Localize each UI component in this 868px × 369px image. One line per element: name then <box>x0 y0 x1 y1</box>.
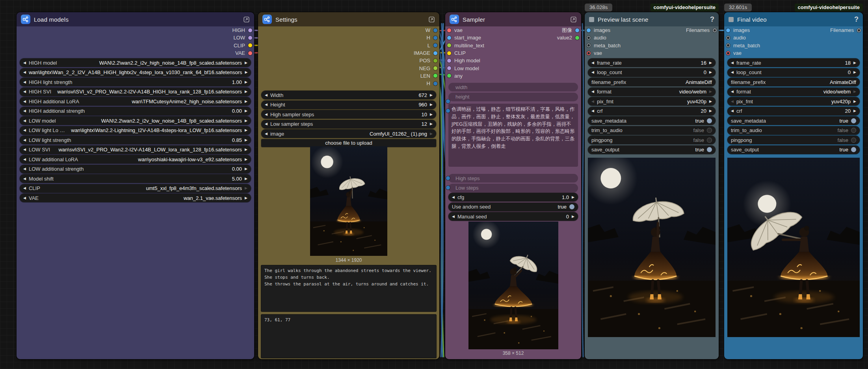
arrow-left-icon[interactable]: ◀ <box>23 109 26 113</box>
slot-dot[interactable] <box>248 43 252 47</box>
arrow-left-icon[interactable]: ◀ <box>265 113 268 116</box>
arrow-right-icon[interactable]: ▶ <box>245 90 247 93</box>
arrow-right-icon[interactable]: ▶ <box>245 129 247 132</box>
node-header[interactable]: Sampler <box>445 12 581 26</box>
ghost-widget-width[interactable]: width <box>448 83 578 91</box>
arrow-left-icon[interactable]: ◀ <box>23 71 26 74</box>
toggle-on-icon[interactable] <box>569 204 574 209</box>
slot-dot[interactable] <box>248 51 252 55</box>
extra-values-textarea[interactable]: 73, 61, 77 <box>261 315 436 358</box>
widget-frame-rate[interactable]: ◀frame_rate16▶ <box>588 58 716 67</box>
arrow-right-icon[interactable]: ▶ <box>245 71 247 74</box>
arrow-left-icon[interactable]: ◀ <box>23 148 26 151</box>
widget-pingpong[interactable]: pingpongfalse <box>588 136 716 144</box>
arrow-left-icon[interactable]: ◀ <box>23 177 26 181</box>
arrow-right-icon[interactable]: ▶ <box>709 100 712 103</box>
slot-dot[interactable] <box>447 43 451 47</box>
slot-dot[interactable] <box>447 66 451 70</box>
slot-dot[interactable] <box>447 74 451 78</box>
expand-icon[interactable] <box>428 16 435 23</box>
arrow-right-icon[interactable]: ▶ <box>853 90 856 93</box>
node-preview-last-scene[interactable]: Preview last scene ? imagesaudiometa_bat… <box>585 12 719 359</box>
arrow-left-icon[interactable]: ◀ <box>265 93 268 97</box>
widget-low-sampler-steps[interactable]: ◀Low sampler steps12▶ <box>261 120 436 129</box>
positive-prompt-textarea[interactable]: The girl walks through the abandoned str… <box>261 265 436 311</box>
arrow-right-icon[interactable]: ▶ <box>709 71 712 74</box>
arrow-right-icon[interactable]: ▶ <box>430 93 433 97</box>
arrow-right-icon[interactable]: ▶ <box>853 100 856 103</box>
arrow-left-icon[interactable]: ◀ <box>23 90 26 93</box>
widget-manual-seed[interactable]: ◀Manual seed0▶ <box>448 212 578 221</box>
widget-low-additional-lora[interactable]: ◀LOW additional LoRAwan\yoshiaki-kawajir… <box>20 155 251 164</box>
widget-loop-count[interactable]: ◀loop_count0▶ <box>727 68 860 77</box>
widget-save-metadata[interactable]: save_metadatatrue <box>588 116 716 125</box>
help-icon[interactable]: ? <box>854 15 859 24</box>
expand-icon[interactable] <box>570 16 577 23</box>
widget-wan-lightx-wan-2-2-i2v-a14b-high-lightx2v-4step-lora-v1030-rank-64-bf16-safetensors[interactable]: ◀wan\lightx\Wan_2_2_I2V_A14B_HIGH_lightx… <box>20 68 251 77</box>
arrow-right-icon[interactable]: ▶ <box>245 177 247 181</box>
arrow-left-icon[interactable]: ◀ <box>452 196 455 199</box>
arrow-left-icon[interactable]: ◀ <box>591 71 594 74</box>
widget-cfg[interactable]: ◀cfg1.0▶ <box>448 193 578 201</box>
widget-vae[interactable]: ◀VAEwan_2.1_vae.safetensors▶ <box>20 194 251 202</box>
height-input-dot[interactable] <box>446 109 450 113</box>
arrow-right-icon[interactable]: ▶ <box>245 100 247 103</box>
widget-format[interactable]: ◀formatvideo/webm▶ <box>588 88 716 96</box>
widget-frame-rate[interactable]: ◀frame_rate18▶ <box>727 58 860 67</box>
arrow-right-icon[interactable]: ▶ <box>709 109 712 113</box>
node-final-video[interactable]: Final video ? imagesaudiometa_batchvae F… <box>724 12 863 359</box>
slot-dot[interactable] <box>726 36 730 40</box>
widget-low-svi[interactable]: ◀LOW SVIwan\svi\SVI_v2_PRO_Wan2.2-I2V-A1… <box>20 145 251 154</box>
widget-low-model[interactable]: ◀LOW modelWAN\2.2\wan2.2_i2v_low_noise_1… <box>20 116 251 125</box>
arrow-right-icon[interactable]: ▶ <box>853 109 856 113</box>
arrow-left-icon[interactable]: ◀ <box>23 196 26 200</box>
widget-model-shift[interactable]: ◀Model shift5.00▶ <box>20 174 251 183</box>
slot-dot[interactable] <box>433 74 437 78</box>
slot-dot[interactable] <box>857 28 861 32</box>
low-steps-input-dot[interactable] <box>446 186 450 190</box>
widget-use-andom-seed[interactable]: Use andom seedtrue <box>448 203 578 211</box>
arrow-left-icon[interactable]: ◀ <box>23 129 26 132</box>
arrow-right-icon[interactable]: ▶ <box>245 196 247 200</box>
image-preview[interactable] <box>310 146 387 256</box>
slot-dot[interactable] <box>248 28 252 32</box>
toggle-off-icon[interactable] <box>851 128 856 133</box>
toggle-on-icon[interactable] <box>707 147 712 152</box>
node-sampler[interactable]: Sampler vaestart_imagemultiline_textCLIP… <box>445 12 581 359</box>
arrow-right-icon[interactable]: ▶ <box>245 186 247 190</box>
widget-pix-fmt[interactable]: ◀pix_fmtyuv420p▶ <box>588 97 716 106</box>
high-steps-input-dot[interactable] <box>446 176 450 180</box>
arrow-left-icon[interactable]: ◀ <box>591 109 594 113</box>
toggle-off-icon[interactable] <box>707 138 712 143</box>
node-header[interactable]: Final video ? <box>724 12 863 26</box>
widget-trim-to-audio[interactable]: trim_to_audiofalse <box>588 126 716 135</box>
slot-dot[interactable] <box>447 28 451 32</box>
width-input-dot[interactable] <box>446 99 450 103</box>
ghost-widget-high-steps[interactable]: High steps <box>448 174 578 183</box>
widget-format[interactable]: ◀formatvideo/webm▶ <box>727 88 860 96</box>
slot-dot[interactable] <box>587 51 591 55</box>
widget-low-light-strength[interactable]: ◀LOW light strength0.85▶ <box>20 136 251 144</box>
slot-dot[interactable] <box>587 36 591 40</box>
arrow-left-icon[interactable]: ◀ <box>23 100 26 103</box>
arrow-right-icon[interactable]: ▶ <box>709 90 712 93</box>
slot-dot[interactable] <box>726 51 730 55</box>
widget-filename-prefix[interactable]: filename_prefixAnimateDiff <box>727 78 860 86</box>
arrow-left-icon[interactable]: ◀ <box>23 186 26 190</box>
arrow-left-icon[interactable]: ◀ <box>731 61 734 65</box>
slot-dot[interactable] <box>433 28 437 32</box>
arrow-right-icon[interactable]: ▶ <box>245 109 247 113</box>
node-header[interactable]: Settings <box>258 12 439 26</box>
arrow-left-icon[interactable]: ◀ <box>591 90 594 93</box>
widget-pix-fmt[interactable]: ◀pix_fmtyuv420p▶ <box>727 97 860 106</box>
slot-dot[interactable] <box>587 43 591 47</box>
slot-dot[interactable] <box>433 66 437 70</box>
arrow-left-icon[interactable]: ◀ <box>23 167 26 171</box>
slot-dot[interactable] <box>433 51 437 55</box>
arrow-left-icon[interactable]: ◀ <box>265 132 268 136</box>
arrow-left-icon[interactable]: ◀ <box>265 103 268 106</box>
widget-height[interactable]: ◀Height960▶ <box>261 101 436 109</box>
video-preview[interactable] <box>588 158 716 337</box>
widget-high-svi[interactable]: ◀HIGH SVIwan\svi\SVI_v2_PRO_Wan2.2-I2V-A… <box>20 88 251 96</box>
slot-dot[interactable] <box>433 43 437 47</box>
